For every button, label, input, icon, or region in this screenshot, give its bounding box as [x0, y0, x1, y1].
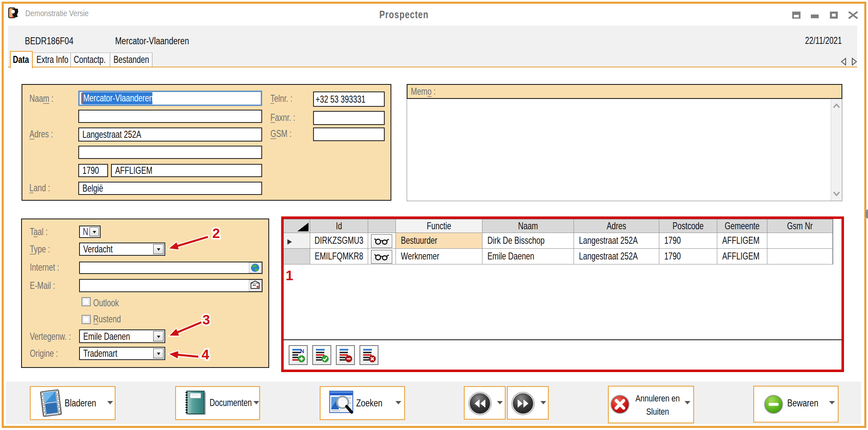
svg-text:N: N	[300, 348, 304, 354]
